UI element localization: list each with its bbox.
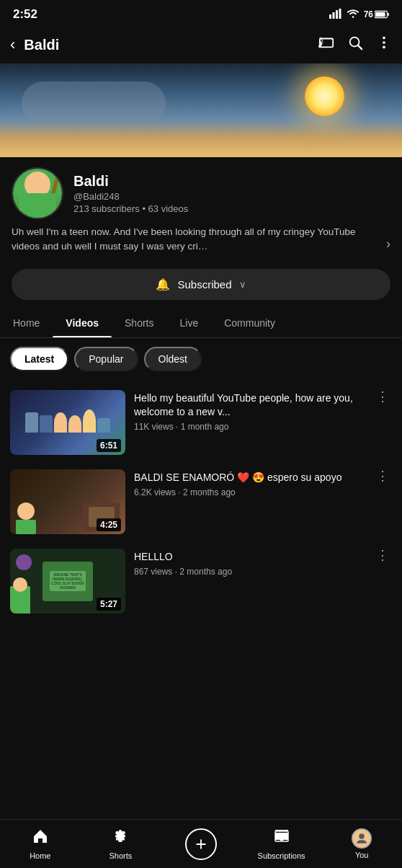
video-meta: HELLLO 867 views · 2 months ago bbox=[134, 549, 365, 577]
svg-rect-0 bbox=[329, 14, 331, 19]
channel-avatar[interactable] bbox=[12, 167, 63, 219]
nav-you-label: You bbox=[355, 851, 369, 859]
status-bar: 2:52 76 bbox=[0, 0, 402, 26]
signal-icon bbox=[329, 9, 342, 21]
tab-home[interactable]: Home bbox=[0, 309, 53, 337]
subscribed-button[interactable]: 🔔 Subscribed ∨ bbox=[12, 269, 390, 300]
home-icon bbox=[32, 828, 49, 849]
description-expand-icon[interactable]: › bbox=[386, 234, 390, 253]
thumbnail-characters bbox=[25, 409, 110, 435]
video-meta: Hello my beautiful YouTube people, how a… bbox=[134, 390, 365, 432]
svg-point-12 bbox=[383, 46, 385, 49]
video-duration: 6:51 bbox=[97, 439, 121, 452]
svg-rect-5 bbox=[388, 13, 389, 16]
video-more-button[interactable]: ⋮ bbox=[373, 468, 392, 484]
tab-live[interactable]: Live bbox=[166, 309, 211, 337]
video-thumbnail: 4:25 bbox=[10, 469, 125, 534]
video-info: 867 views · 2 months ago bbox=[134, 567, 365, 577]
bottom-navigation: Home Shorts Subscriptions bbox=[0, 819, 402, 868]
battery-icon: 76 bbox=[364, 9, 389, 19]
video-meta: BALDI SE ENAMORÓ ❤️ 😍 espero su apoyo 6.… bbox=[134, 469, 365, 497]
subscriptions-icon bbox=[273, 828, 290, 849]
status-icons: 76 bbox=[329, 9, 389, 21]
nav-you[interactable]: You bbox=[321, 823, 402, 865]
svg-point-8 bbox=[318, 45, 321, 48]
svg-rect-2 bbox=[336, 10, 338, 19]
shorts-icon bbox=[112, 828, 129, 849]
tab-videos[interactable]: Videos bbox=[53, 309, 112, 337]
video-thumbnail: IMAGINE THAT'S REMIN DA(9X9X). COOL GUY!… bbox=[10, 549, 125, 614]
video-title: HELLLO bbox=[134, 550, 365, 564]
filter-oldest[interactable]: Oldest bbox=[144, 347, 202, 371]
filter-pills: Latest Popular Oldest bbox=[0, 338, 402, 380]
status-time: 2:52 bbox=[13, 7, 37, 22]
tab-community[interactable]: Community bbox=[211, 309, 288, 337]
chevron-down-icon: ∨ bbox=[239, 279, 246, 290]
video-item[interactable]: 6:51 Hello my beautiful YouTube people, … bbox=[0, 383, 402, 462]
svg-rect-6 bbox=[375, 12, 385, 17]
video-item[interactable]: 4:25 BALDI SE ENAMORÓ ❤️ 😍 espero su apo… bbox=[0, 462, 402, 541]
svg-rect-3 bbox=[339, 9, 341, 19]
subscribe-section: 🔔 Subscribed ∨ bbox=[0, 263, 402, 309]
green-machine: IMAGINE THAT'S REMIN DA(9X9X). COOL GUY!… bbox=[43, 562, 93, 601]
video-duration: 5:27 bbox=[97, 598, 121, 611]
video-info: 6.2K views · 2 months ago bbox=[134, 487, 365, 497]
top-navigation: ‹ Baldi bbox=[0, 26, 402, 63]
nav-subscriptions[interactable]: Subscriptions bbox=[241, 822, 322, 866]
nav-subscriptions-label: Subscriptions bbox=[258, 851, 305, 860]
cast-button[interactable] bbox=[318, 35, 334, 55]
tab-shorts[interactable]: Shorts bbox=[112, 309, 166, 337]
svg-point-10 bbox=[383, 37, 385, 40]
video-list: 6:51 Hello my beautiful YouTube people, … bbox=[0, 380, 402, 624]
channel-description[interactable]: Uh well I'm a teen now. And I've been lo… bbox=[12, 225, 390, 256]
add-icon[interactable] bbox=[185, 828, 217, 860]
search-button[interactable] bbox=[347, 35, 363, 55]
video-thumbnail: 6:51 bbox=[10, 390, 125, 455]
wifi-icon bbox=[347, 9, 359, 21]
svg-rect-1 bbox=[332, 12, 334, 19]
svg-point-11 bbox=[383, 41, 385, 44]
channel-info: Baldi @Baldi248 213 subscribers • 63 vid… bbox=[0, 157, 402, 263]
video-info: 11K views · 1 month ago bbox=[134, 422, 365, 432]
subscribed-label: Subscribed bbox=[177, 278, 231, 291]
nav-shorts[interactable]: Shorts bbox=[81, 822, 161, 866]
video-title: Hello my beautiful YouTube people, how a… bbox=[134, 391, 365, 419]
video-more-button[interactable]: ⋮ bbox=[373, 389, 392, 404]
nav-home-label: Home bbox=[30, 851, 50, 860]
channel-banner bbox=[0, 63, 402, 157]
channel-text-info: Baldi @Baldi248 213 subscribers • 63 vid… bbox=[73, 173, 390, 214]
filter-popular[interactable]: Popular bbox=[74, 347, 138, 371]
banner-sun bbox=[305, 76, 344, 116]
you-avatar bbox=[352, 828, 372, 849]
baldi-head bbox=[17, 502, 35, 520]
nav-shorts-label: Shorts bbox=[109, 851, 132, 860]
back-button[interactable]: ‹ bbox=[10, 35, 15, 54]
channel-stats: 213 subscribers • 63 videos bbox=[73, 203, 390, 214]
top-nav-actions bbox=[318, 35, 392, 55]
banner-cloud bbox=[22, 81, 166, 125]
channel-title: Baldi bbox=[73, 173, 390, 190]
video-duration: 4:25 bbox=[97, 518, 121, 531]
filter-latest[interactable]: Latest bbox=[10, 347, 68, 371]
nav-home[interactable]: Home bbox=[0, 822, 81, 866]
channel-name-header: Baldi bbox=[24, 37, 310, 53]
more-button[interactable] bbox=[376, 35, 392, 55]
description-text: Uh well I'm a teen now. And I've been lo… bbox=[12, 225, 380, 253]
svg-point-14 bbox=[359, 833, 365, 839]
channel-tabs: Home Videos Shorts Live Community bbox=[0, 309, 402, 338]
video-more-button[interactable]: ⋮ bbox=[373, 547, 392, 563]
machine-screen-text: IMAGINE THAT'S REMIN DA(9X9X). COOL GUY!… bbox=[50, 572, 86, 590]
bell-icon: 🔔 bbox=[156, 278, 170, 291]
channel-handle: @Baldi248 bbox=[73, 191, 390, 202]
video-item[interactable]: IMAGINE THAT'S REMIN DA(9X9X). COOL GUY!… bbox=[0, 541, 402, 621]
nav-add[interactable] bbox=[161, 823, 241, 866]
video-title: BALDI SE ENAMORÓ ❤️ 😍 espero su apoyo bbox=[134, 471, 365, 484]
baldi-body bbox=[16, 520, 36, 534]
